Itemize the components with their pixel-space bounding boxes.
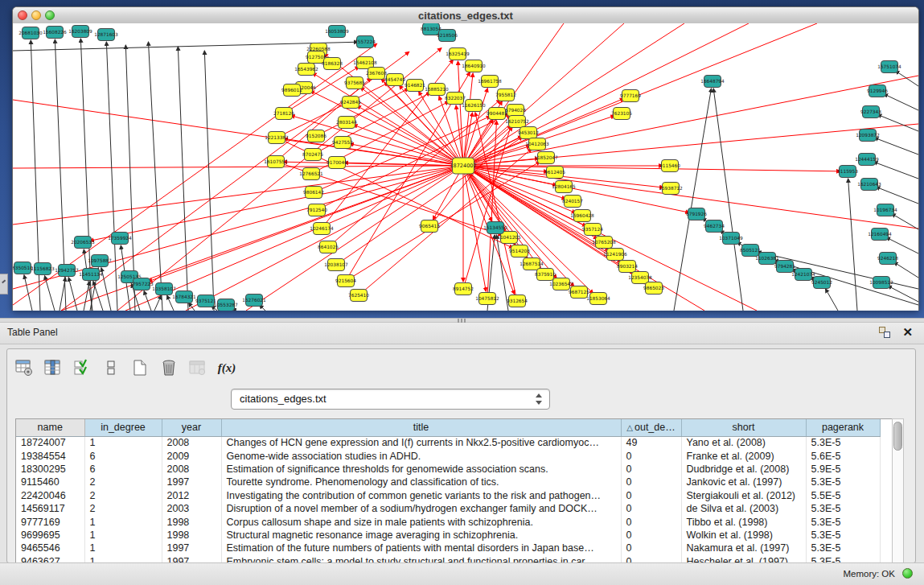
graph-node-label: 16210752 (505, 119, 529, 124)
graph-node-label: 12766521 (299, 171, 323, 176)
graph-node-label: 10553287 (214, 303, 238, 307)
graph-node-label: 9896012 (281, 88, 302, 93)
graph-node-label: 17359924 (108, 236, 132, 241)
table-row[interactable]: 1456911722003Disruption of a novel membe… (16, 502, 880, 515)
table-row[interactable]: 946554611997Estimation of the future num… (16, 542, 880, 554)
graph-node-label: 9146821 (405, 83, 425, 88)
graph-edge[interactable] (894, 262, 918, 278)
graph-edge[interactable] (874, 138, 918, 154)
graph-node-label: 11026381 (755, 256, 779, 261)
graph-edge[interactable] (456, 105, 463, 166)
graph-node-label: 9453012 (518, 130, 539, 135)
memory-ok-indicator-icon[interactable] (902, 568, 913, 579)
graph-node-label: 12804165 (552, 184, 576, 189)
graph-node-label: 12942757 (55, 268, 79, 273)
graph-node-label: 9612405 (544, 170, 565, 175)
graph-node-label: 11853064 (586, 296, 610, 301)
network-canvas[interactable]: 1872400722260588912750816543962818632822… (13, 23, 918, 311)
graph-edge[interactable] (848, 179, 857, 311)
table-vertical-scrollbar[interactable] (892, 418, 904, 569)
graph-edge[interactable] (24, 275, 32, 311)
graph-node-label: 9375685 (344, 80, 365, 85)
graph-edge[interactable] (204, 51, 214, 311)
graph-edge[interactable] (148, 42, 162, 311)
graph-edge[interactable] (178, 47, 188, 311)
graph-node-label: 8186328 (322, 61, 343, 66)
graph-edge[interactable] (873, 162, 918, 179)
graph-node-label: 8505121 (740, 248, 761, 253)
table-row[interactable]: 1938455462009Genome-wide association stu… (16, 449, 880, 462)
graph-node-label: 2803144 (336, 120, 357, 125)
function-builder-icon[interactable]: f(x) (215, 356, 239, 380)
graph-edge[interactable] (84, 282, 89, 311)
graph-edge[interactable] (774, 261, 918, 305)
graph-edge[interactable] (713, 89, 743, 311)
graph-edge[interactable] (313, 93, 430, 154)
graph-node-label: 16210643 (857, 182, 881, 187)
close-panel-icon[interactable]: ✕ (902, 324, 913, 340)
select-rows-icon[interactable] (70, 356, 94, 380)
table-selector-dropdown[interactable]: citations_edges.txt (231, 389, 550, 410)
panel-resize-glyph (0, 274, 8, 295)
table-panel-body: f(x) citations_edges.txt name in_degree … (6, 348, 916, 563)
graph-node-label: 9462734 (704, 224, 725, 229)
column-header-short[interactable]: short (681, 419, 806, 436)
graph-edge[interactable] (117, 48, 441, 311)
column-header-year[interactable]: year (162, 419, 221, 436)
graph-node-label: 16325419 (446, 51, 470, 56)
node-table-grid: name in_degree year title △out_de… short… (15, 418, 898, 569)
table-row[interactable]: 969969511998Structural magnetic resonanc… (16, 529, 880, 542)
graph-node-label: 16961758 (478, 79, 502, 84)
graph-edge[interactable] (895, 71, 918, 86)
graph-edge[interactable] (876, 187, 918, 204)
graph-edge[interactable] (106, 42, 117, 311)
table-row[interactable]: 911546021997Tourette syndrome. Phenomeno… (16, 476, 880, 488)
graph-node-label: 12093872 (856, 133, 880, 138)
window-titlebar[interactable]: citations_edges.txt (13, 7, 918, 24)
column-header-out-degree[interactable]: △out_de… (621, 419, 681, 436)
graph-edge[interactable] (13, 166, 463, 289)
desktop-background: citations_edges.txt 18724007222605889127… (0, 0, 924, 318)
delete-column-icon[interactable] (157, 356, 181, 380)
graph-edge[interactable] (877, 114, 918, 131)
table-settings-icon[interactable] (12, 356, 36, 380)
scrollbar-thumb[interactable] (893, 422, 902, 451)
graph-node-label: 9806142 (303, 190, 324, 195)
table-row[interactable]: 2242004622012Investigating the contribut… (16, 489, 880, 502)
graph-edge[interactable] (884, 94, 918, 110)
table-row[interactable]: 1830029562008Estimation of significance … (16, 463, 880, 476)
rows-icon[interactable] (99, 356, 123, 380)
graph-node-label: 6791926 (686, 212, 707, 216)
graph-edge[interactable] (475, 113, 517, 301)
column-header-pagerank[interactable]: pagerank (806, 419, 880, 436)
delete-table-icon (186, 356, 210, 380)
graph-node-label: 11451134 (79, 272, 103, 277)
graph-edge[interactable] (144, 290, 151, 311)
graph-node-label: 9115460 (659, 163, 680, 168)
graph-edge[interactable] (13, 166, 463, 168)
graph-edge[interactable] (463, 76, 918, 166)
new-column-icon[interactable] (128, 356, 152, 380)
column-header-in-degree[interactable]: in_degree (84, 419, 162, 436)
graph-node-label: 18640910 (462, 64, 486, 68)
graph-edge[interactable] (68, 278, 77, 311)
graph-edge[interactable] (825, 289, 838, 311)
graph-edge[interactable] (886, 237, 918, 253)
graph-node-label: 8914752 (453, 286, 474, 291)
table-row[interactable]: 977716911998Corpus callosum shape and si… (16, 515, 880, 528)
graph-node-label: 9218506 (437, 33, 458, 38)
graph-edge[interactable] (463, 166, 840, 171)
graph-edge[interactable] (458, 61, 463, 166)
graph-node-label: 9129946 (867, 89, 888, 93)
show-columns-icon[interactable] (41, 356, 65, 380)
column-header-name[interactable]: name (16, 419, 84, 436)
graph-node-label: 16053809 (325, 29, 349, 34)
float-panel-icon[interactable] (879, 327, 890, 338)
graph-node-label: 15134550 (483, 225, 507, 230)
graph-edge[interactable] (44, 276, 55, 311)
graph-edge[interactable] (148, 166, 463, 282)
table-toolbar: f(x) (12, 354, 239, 381)
table-row[interactable]: 1872400712008Changes of HCN gene express… (16, 436, 880, 449)
graph-node-label: 15608226 (43, 30, 67, 35)
column-header-title[interactable]: title (221, 419, 621, 436)
